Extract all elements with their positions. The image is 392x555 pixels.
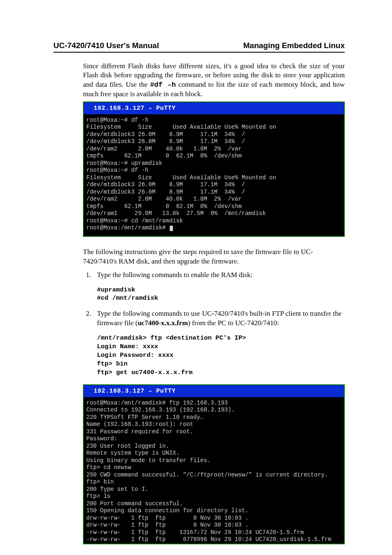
- step-1: Type the following commands to enable th…: [93, 271, 345, 303]
- instructions-lead: The following instructions give the step…: [83, 247, 345, 266]
- header-left: UC-7420/7410 User's Manual: [53, 41, 159, 50]
- df-command: #df –h: [150, 81, 176, 89]
- step-2-text: Type the following commands to use UC-74…: [97, 310, 341, 327]
- page-header: UC-7420/7410 User's Manual Managing Embe…: [53, 41, 345, 52]
- page-number: 3-3: [0, 529, 392, 536]
- intro-paragraph: Since different Flash disks have differe…: [83, 62, 345, 99]
- terminal-2: 192.168.3.127 – PuTTY root@Moxa:/mnt/ram…: [83, 384, 345, 544]
- terminal-1-title: 192.168.3.127 – PuTTY: [84, 102, 344, 114]
- header-right: Managing Embedded Linux: [243, 41, 345, 50]
- firmware-filename: uc7400-x.x.x.frm: [138, 319, 188, 327]
- terminal-2-title: 192.168.3.127 – PuTTY: [84, 385, 344, 397]
- cursor-icon: [170, 226, 173, 231]
- header-rule: [53, 52, 345, 53]
- terminal-1: 192.168.3.127 – PuTTY root@Moxa:~# df -h…: [83, 102, 345, 237]
- terminal-2-body: root@Moxa:/mnt/ramdisk# ftp 192.168.3.19…: [84, 397, 344, 543]
- steps-list: Type the following commands to enable th…: [83, 271, 345, 377]
- step-1-code: #upramdisk #cd /mnt/ramdisk: [97, 286, 345, 303]
- terminal-1-body: root@Moxa:~# df -h Filesystem Size Used …: [84, 114, 344, 232]
- step-2-code: /mnt/ramdisk> ftp <destination PC's IP> …: [97, 334, 345, 377]
- step-2: Type the following commands to use UC-74…: [93, 309, 345, 377]
- step-1-text: Type the following commands to enable th…: [97, 271, 252, 279]
